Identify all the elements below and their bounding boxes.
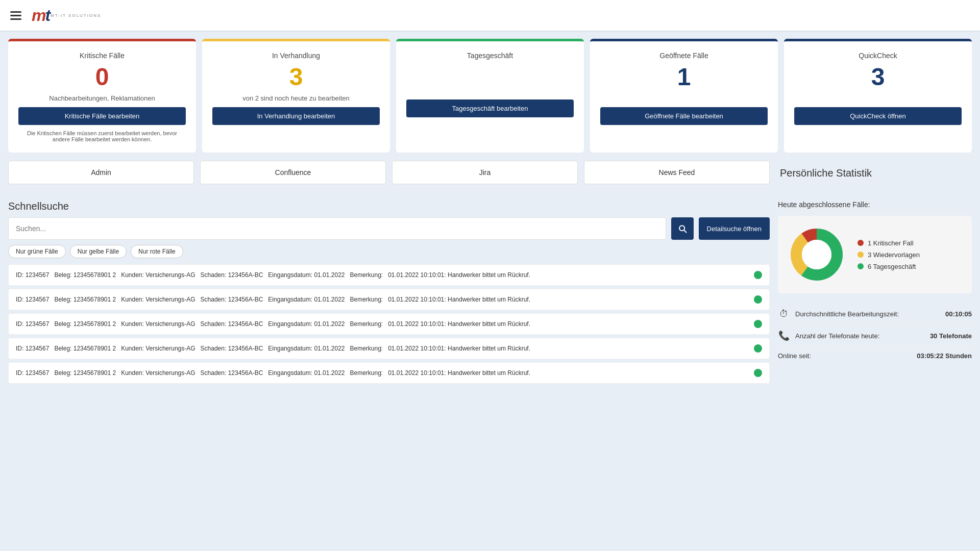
- card-number-quickcheck: 3: [871, 65, 885, 89]
- row-schaden: Schaden: 123456A-BC: [201, 369, 263, 377]
- row-schaden: Schaden: 123456A-BC: [201, 296, 263, 303]
- row-eingang: Eingangsdatum: 01.01.2022: [268, 271, 345, 279]
- legend-label-tagesgeschaeft: 6 Tagesgeschäft: [868, 263, 916, 270]
- stats-subtitle: Heute abgeschlossene Fälle:: [778, 201, 972, 209]
- hamburger-line-1: [10, 11, 21, 13]
- stats-label-bearbeitungszeit: Durchschnittliche Bearbeitungszeit:: [795, 310, 940, 318]
- card-number-tagesgeschaeft: [486, 65, 493, 89]
- row-status-dot: [754, 320, 762, 328]
- row-eingang: Eingangsdatum: 01.01.2022: [268, 369, 345, 377]
- card-geoeffnete: Geöffnete Fälle 1 Geöffnete Fälle bearbe…: [590, 39, 778, 153]
- card-number-kritische: 0: [95, 65, 109, 89]
- stats-value-telefonate: 30 Telefonate: [930, 332, 972, 340]
- logo: mt MT-IT SOLUTIONS: [32, 6, 101, 25]
- btn-geoeffnete[interactable]: Geöffnete Fälle bearbeiten: [600, 107, 768, 125]
- row-status-dot: [754, 344, 762, 353]
- card-subtitle-kritische: Nachbearbeitungen, Reklamationen: [49, 94, 155, 102]
- table-row[interactable]: ID: 1234567 Beleg: 12345678901 2 Kunden:…: [8, 338, 770, 359]
- filter-row: Nur grüne Fälle Nur gelbe Fälle Nur rote…: [8, 245, 770, 258]
- row-schaden: Schaden: 123456A-BC: [201, 320, 263, 328]
- card-tagesgeschaeft: Tagesgeschäft Tagesgeschäft bearbeiten: [396, 39, 584, 153]
- bottom-section: Schnellsuche Detailsuche öffnen Nur grün…: [8, 201, 972, 384]
- hamburger-line-2: [10, 15, 21, 16]
- row-beleg: Beleg: 12345678901 2: [54, 271, 116, 279]
- schnellsuche-title: Schnellsuche: [8, 201, 770, 212]
- row-bemerkung-text: 01.01.2022 10:10:01: Handwerker bittet u…: [388, 320, 749, 328]
- search-input[interactable]: [8, 217, 666, 240]
- svg-point-4: [802, 240, 831, 269]
- online-row: Online seit: 03:05:22 Stunden: [778, 347, 972, 365]
- right-panel: Heute abgeschlossene Fälle:: [778, 201, 972, 384]
- card-subtitle-verhandlung: von 2 sind noch heute zu bearbeiten: [242, 94, 350, 102]
- menu-button[interactable]: [8, 9, 23, 22]
- row-id: ID: 1234567: [16, 271, 49, 279]
- card-title-tagesgeschaeft: Tagesgeschäft: [467, 52, 513, 60]
- card-kritische: Kritische Fälle 0 Nachbearbeitungen, Rek…: [8, 39, 196, 153]
- btn-quickcheck[interactable]: QuickCheck öffnen: [794, 107, 962, 125]
- btn-kritische[interactable]: Kritische Fälle bearbeiten: [18, 107, 186, 125]
- nav-buttons: Admin Confluence Jira News Feed: [8, 161, 770, 184]
- card-subtitle-geoeffnete: [683, 94, 685, 102]
- nav-confluence[interactable]: Confluence: [200, 161, 386, 184]
- left-panel: Schnellsuche Detailsuche öffnen Nur grün…: [8, 201, 770, 384]
- table-row[interactable]: ID: 1234567 Beleg: 12345678901 2 Kunden:…: [8, 313, 770, 335]
- card-number-geoeffnete: 1: [677, 65, 691, 89]
- online-value: 03:05:22 Stunden: [917, 352, 972, 360]
- row-bemerkung-label: Bemerkung:: [350, 369, 383, 377]
- table-row[interactable]: ID: 1234567 Beleg: 12345678901 2 Kunden:…: [8, 264, 770, 286]
- card-verhandlung: In Verhandlung 3 von 2 sind noch heute z…: [202, 39, 390, 153]
- row-kunde: Kunden: Versicherungs-AG: [121, 369, 195, 377]
- row-eingang: Eingangsdatum: 01.01.2022: [268, 296, 345, 303]
- card-title-kritische: Kritische Fälle: [80, 52, 125, 60]
- search-icon: [677, 223, 688, 234]
- row-beleg: Beleg: 12345678901 2: [54, 296, 116, 303]
- logo-sub: MT-IT SOLUTIONS: [51, 13, 101, 18]
- filter-red[interactable]: Nur rote Fälle: [131, 245, 183, 258]
- table-row[interactable]: ID: 1234567 Beleg: 12345678901 2 Kunden:…: [8, 289, 770, 310]
- row-kunde: Kunden: Versicherungs-AG: [121, 345, 195, 352]
- donut-chart: [786, 224, 847, 285]
- table-row[interactable]: ID: 1234567 Beleg: 12345678901 2 Kunden:…: [8, 362, 770, 384]
- nav-admin[interactable]: Admin: [8, 161, 194, 184]
- logo-text: mt: [32, 6, 50, 25]
- chart-area: 1 Kritischer Fall 3 Wiedervorlagen 6 Tag…: [778, 216, 972, 293]
- legend-item-tagesgeschaeft: 6 Tagesgeschäft: [857, 263, 920, 270]
- chart-legend: 1 Kritischer Fall 3 Wiedervorlagen 6 Tag…: [857, 239, 920, 270]
- row-status-dot: [754, 271, 762, 279]
- row-status-dot: [754, 369, 762, 377]
- card-title-quickcheck: QuickCheck: [859, 52, 897, 60]
- legend-label-kritisch: 1 Kritischer Fall: [868, 239, 914, 247]
- nav-newsfeed[interactable]: News Feed: [584, 161, 770, 184]
- row-kunde: Kunden: Versicherungs-AG: [121, 296, 195, 303]
- search-button[interactable]: [671, 217, 694, 240]
- btn-tagesgeschaeft[interactable]: Tagesgeschäft bearbeiten: [406, 99, 574, 117]
- phone-icon: 📞: [778, 330, 790, 341]
- card-quickcheck: QuickCheck 3 QuickCheck öffnen: [784, 39, 972, 153]
- row-bemerkung-text: 01.01.2022 10:10:01: Handwerker bittet u…: [388, 271, 749, 279]
- row-id: ID: 1234567: [16, 296, 49, 303]
- row-bemerkung-text: 01.01.2022 10:10:01: Handwerker bittet u…: [388, 345, 749, 352]
- clock-icon: ⏱: [778, 309, 790, 319]
- stats-value-bearbeitungszeit: 00:10:05: [945, 310, 972, 318]
- stats-row-bearbeitungszeit: ⏱ Durchschnittliche Bearbeitungszeit: 00…: [778, 304, 972, 325]
- hamburger-line-3: [10, 18, 21, 20]
- row-kunde: Kunden: Versicherungs-AG: [121, 271, 195, 279]
- legend-dot-wiedervorlagen: [857, 252, 864, 258]
- card-title-verhandlung: In Verhandlung: [272, 52, 320, 60]
- row-bemerkung-text: 01.01.2022 10:10:01: Handwerker bittet u…: [388, 296, 749, 303]
- search-row: Detailsuche öffnen: [8, 217, 770, 240]
- row-schaden: Schaden: 123456A-BC: [201, 345, 263, 352]
- filter-green[interactable]: Nur grüne Fälle: [8, 245, 66, 258]
- legend-dot-kritisch: [857, 240, 864, 246]
- card-number-verhandlung: 3: [289, 65, 303, 89]
- legend-item-kritisch: 1 Kritischer Fall: [857, 239, 920, 247]
- main-content: Kritische Fälle 0 Nachbearbeitungen, Rek…: [0, 31, 980, 392]
- filter-yellow[interactable]: Nur gelbe Fälle: [70, 245, 127, 258]
- row-eingang: Eingangsdatum: 01.01.2022: [268, 320, 345, 328]
- nav-jira[interactable]: Jira: [392, 161, 578, 184]
- table-rows: ID: 1234567 Beleg: 12345678901 2 Kunden:…: [8, 264, 770, 384]
- btn-verhandlung[interactable]: In Verhandlung bearbeiten: [212, 107, 380, 125]
- card-subtitle-quickcheck: [877, 94, 879, 102]
- row-status-dot: [754, 295, 762, 304]
- detail-search-button[interactable]: Detailsuche öffnen: [699, 217, 770, 240]
